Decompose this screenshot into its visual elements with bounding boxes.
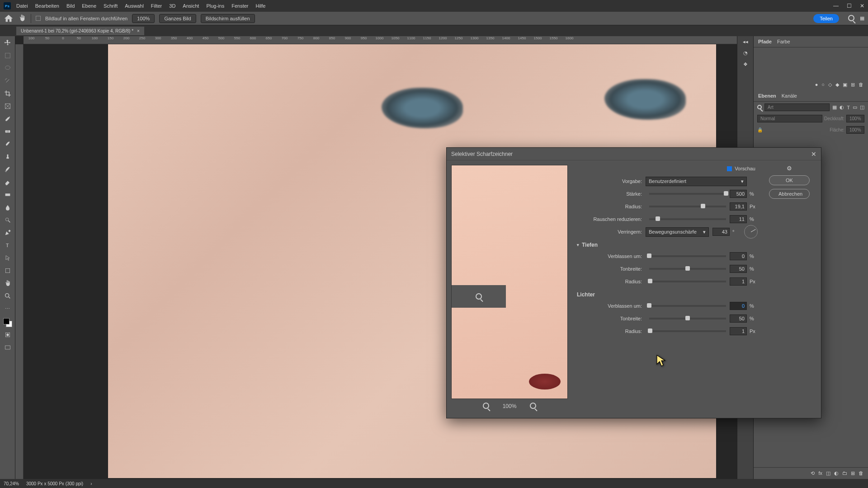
zoom-tool[interactable] bbox=[2, 291, 13, 301]
menu-view[interactable]: Ansicht bbox=[183, 3, 199, 9]
hand-tool[interactable] bbox=[2, 278, 13, 288]
tab-paths[interactable]: Pfade bbox=[758, 39, 772, 44]
dialog-settings-icon[interactable]: ⚙ bbox=[787, 165, 792, 172]
document-tab[interactable]: Unbenannt-1 bei 70,2% (girl-2406963 Kopi… bbox=[16, 27, 144, 35]
edit-toolbar-icon[interactable]: ⋯ bbox=[2, 304, 13, 314]
eyedropper-tool[interactable] bbox=[2, 114, 13, 124]
dialog-titlebar[interactable]: Selektiver Scharfzeichner ✕ bbox=[447, 148, 821, 160]
crop-tool[interactable] bbox=[2, 89, 13, 99]
tab-channels[interactable]: Kanäle bbox=[782, 93, 797, 99]
radius-slider[interactable] bbox=[649, 206, 726, 207]
shadow-fade-input[interactable]: 0 bbox=[730, 252, 747, 260]
shadow-tonal-slider[interactable] bbox=[649, 268, 726, 270]
opacity-value[interactable]: 100% bbox=[846, 115, 864, 122]
window-minimize-icon[interactable]: — bbox=[833, 3, 839, 9]
layer-fx-icon[interactable]: fx bbox=[818, 470, 822, 476]
menu-filter[interactable]: Filter bbox=[151, 3, 162, 9]
filter-smart-icon[interactable]: ◫ bbox=[860, 104, 864, 110]
radius-input[interactable]: 19,1 bbox=[730, 202, 747, 211]
menu-help[interactable]: Hilfe bbox=[255, 3, 265, 9]
status-chevron-icon[interactable]: › bbox=[90, 481, 92, 486]
preview-checkbox[interactable] bbox=[727, 166, 732, 171]
menu-plugins[interactable]: Plug-ins bbox=[206, 3, 224, 9]
screenmode-icon[interactable] bbox=[2, 343, 13, 352]
filter-type-icon[interactable]: T bbox=[847, 105, 850, 110]
menu-edit[interactable]: Bearbeiten bbox=[35, 3, 59, 9]
share-button[interactable]: Teilen bbox=[813, 14, 839, 23]
zoom-out-icon[interactable] bbox=[483, 403, 489, 410]
shape-tool[interactable] bbox=[2, 266, 13, 276]
status-zoom[interactable]: 70,24% bbox=[4, 481, 19, 486]
hand-tool-icon[interactable] bbox=[18, 14, 26, 23]
menu-3d[interactable]: 3D bbox=[169, 3, 175, 9]
home-icon[interactable] bbox=[4, 14, 14, 23]
tab-color[interactable]: Farbe bbox=[777, 39, 790, 44]
angle-dial[interactable] bbox=[744, 225, 758, 239]
menu-file[interactable]: Datei bbox=[16, 3, 28, 9]
new-path-icon[interactable]: ⊞ bbox=[851, 82, 855, 88]
path-fill-icon[interactable]: ● bbox=[815, 82, 818, 88]
move-tool[interactable] bbox=[2, 38, 13, 48]
wand-tool[interactable] bbox=[2, 76, 13, 86]
strength-input[interactable]: 500 bbox=[730, 190, 747, 198]
eraser-tool[interactable] bbox=[2, 177, 13, 187]
marquee-tool[interactable] bbox=[2, 51, 13, 61]
path-selection-icon[interactable]: ◇ bbox=[828, 82, 832, 88]
blur-tool[interactable] bbox=[2, 202, 13, 212]
menu-image[interactable]: Bild bbox=[66, 3, 75, 9]
frame-tool[interactable] bbox=[2, 101, 13, 111]
type-tool[interactable]: T bbox=[2, 240, 13, 250]
shadow-tonal-input[interactable]: 50 bbox=[730, 265, 747, 273]
status-docinfo[interactable]: 3000 Px x 5000 Px (300 ppi) bbox=[26, 481, 83, 486]
preview-zoom-overlay[interactable] bbox=[452, 285, 506, 308]
highlight-fade-slider[interactable] bbox=[649, 305, 726, 307]
path-combine-icon[interactable]: ◆ bbox=[835, 82, 839, 88]
color-swatches[interactable] bbox=[3, 318, 12, 327]
shadows-section-header[interactable]: ▾ Tiefen bbox=[573, 238, 816, 250]
window-maximize-icon[interactable]: ☐ bbox=[847, 3, 852, 9]
highlight-tonal-input[interactable]: 50 bbox=[730, 314, 747, 323]
menu-select[interactable]: Auswahl bbox=[125, 3, 144, 9]
blend-mode-dropdown[interactable]: Normal bbox=[757, 115, 822, 122]
angle-input[interactable]: 43 bbox=[712, 228, 730, 236]
highlights-section-header[interactable]: Lichter bbox=[573, 288, 816, 300]
close-tab-icon[interactable]: × bbox=[137, 28, 140, 33]
panel-icon-2[interactable]: ❖ bbox=[743, 61, 748, 67]
highlight-fade-input[interactable]: 0 bbox=[730, 302, 747, 310]
filter-pixel-icon[interactable]: ▦ bbox=[832, 104, 837, 110]
shadow-radius-input[interactable]: 1 bbox=[730, 277, 747, 286]
zoom-level-button[interactable]: 100% bbox=[132, 14, 155, 23]
brush-tool[interactable] bbox=[2, 139, 13, 149]
new-layer-icon[interactable]: ⊞ bbox=[851, 470, 855, 476]
delete-path-icon[interactable]: 🗑 bbox=[859, 82, 863, 88]
expand-panels-icon[interactable]: ◂◂ bbox=[743, 39, 748, 45]
tab-layers[interactable]: Ebenen bbox=[758, 93, 776, 99]
layer-filter-dropdown[interactable]: Art bbox=[764, 103, 830, 111]
lasso-tool[interactable] bbox=[2, 63, 13, 73]
dialog-preview[interactable] bbox=[451, 165, 568, 399]
heal-tool[interactable] bbox=[2, 127, 13, 136]
highlight-tonal-slider[interactable] bbox=[649, 318, 726, 319]
fill-screen-button[interactable]: Bildschirm ausfüllen bbox=[201, 14, 255, 23]
menu-type[interactable]: Schrift bbox=[104, 3, 118, 9]
dialog-close-icon[interactable]: ✕ bbox=[811, 150, 816, 158]
gradient-tool[interactable] bbox=[2, 190, 13, 200]
ok-button[interactable]: OK bbox=[769, 175, 810, 185]
fill-value[interactable]: 100% bbox=[846, 126, 864, 134]
link-layers-icon[interactable]: ⟲ bbox=[811, 470, 815, 476]
delete-layer-icon[interactable]: 🗑 bbox=[859, 470, 863, 476]
noise-slider[interactable] bbox=[649, 218, 726, 220]
remove-dropdown[interactable]: Bewegungsunschärfe▾ bbox=[646, 227, 709, 237]
fit-whole-button[interactable]: Ganzes Bild bbox=[159, 14, 196, 23]
scroll-all-checkbox[interactable] bbox=[36, 16, 41, 21]
noise-input[interactable]: 11 bbox=[730, 215, 747, 223]
shadow-radius-slider[interactable] bbox=[649, 281, 726, 282]
strength-slider[interactable] bbox=[649, 193, 726, 195]
highlight-radius-input[interactable]: 1 bbox=[730, 327, 747, 335]
shadow-fade-slider[interactable] bbox=[649, 255, 726, 257]
search-icon[interactable] bbox=[848, 15, 854, 22]
path-select-tool[interactable] bbox=[2, 253, 13, 263]
panel-icon-1[interactable]: ◔ bbox=[743, 50, 748, 56]
history-brush-tool[interactable] bbox=[2, 164, 13, 174]
quickmask-icon[interactable] bbox=[2, 330, 13, 340]
